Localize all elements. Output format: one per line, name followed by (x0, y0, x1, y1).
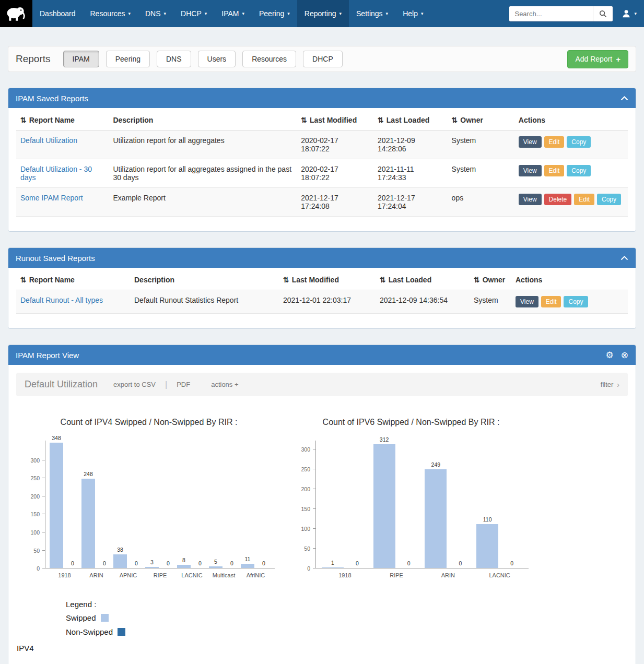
caret-down-icon: ▾ (421, 11, 424, 16)
category-label: ARIN (441, 572, 455, 578)
nav-item-ipam[interactable]: IPAM▾ (214, 0, 252, 27)
column-label: Description (113, 116, 153, 124)
column-label: Last Loaded (389, 276, 431, 284)
section-label-ipv4: IPV4 (17, 644, 636, 653)
view-button[interactable]: View (519, 165, 542, 176)
nav-item-peering[interactable]: Peering▾ (252, 0, 297, 27)
nav-item-dns[interactable]: DNS▾ (138, 0, 173, 27)
column-header-owner[interactable]: ⇅Owner (448, 110, 514, 131)
bar-swipped (209, 566, 223, 568)
nav-item-reporting[interactable]: Reporting▾ (297, 0, 349, 27)
column-header-description: Description (109, 110, 297, 131)
nav-item-resources[interactable]: Resources▾ (83, 0, 138, 27)
column-header-last-loaded[interactable]: ⇅Last Loaded (373, 110, 448, 131)
sort-icon: ⇅ (20, 116, 27, 124)
view-button[interactable]: View (519, 136, 542, 148)
column-header-last-loaded[interactable]: ⇅Last Loaded (376, 270, 470, 290)
table-row: Default Runout - All typesDefault Runout… (16, 290, 628, 314)
bar-value-label: 0 (103, 560, 106, 566)
report-name-cell: Default Utilization - 30 days (16, 159, 109, 188)
report-name-link[interactable]: Default Utilization - 30 days (20, 165, 92, 182)
last-loaded-cell: 2021-12-09 14:36:54 (376, 290, 470, 314)
search-button[interactable] (593, 6, 613, 21)
filter-toggle[interactable]: filter › (601, 381, 619, 389)
bar-slot: 0 (193, 441, 207, 568)
caret-down-icon: ▾ (339, 11, 342, 16)
ipam-panel-header: IPAM Saved Reports (8, 88, 636, 108)
page-title: Reports (16, 53, 51, 65)
delete-button[interactable]: Delete (544, 194, 572, 205)
column-header-report-name[interactable]: ⇅Report Name (16, 110, 109, 131)
tab-dhcp[interactable]: DHCP (303, 51, 343, 67)
y-tick-label: 300 (30, 457, 40, 464)
charts-area: Count of IPV4 Swipped / Non-Swipped By R… (8, 404, 636, 582)
tab-users[interactable]: Users (198, 51, 236, 67)
nav-item-dhcp[interactable]: DHCP▾ (173, 0, 214, 27)
report-view-toolbar: Default Utilization export to CSV | PDF … (16, 373, 628, 396)
report-name-link[interactable]: Some IPAM Report (20, 194, 83, 202)
description-cell: Default Runout Statistics Report (130, 290, 279, 314)
actions-menu-button[interactable]: actions + (211, 381, 238, 388)
report-name-cell: Some IPAM Report (16, 188, 109, 217)
bar-slot: 312 (373, 441, 395, 568)
copy-button[interactable]: Copy (564, 296, 588, 307)
export-csv-link[interactable]: export to CSV (113, 381, 156, 388)
pdf-link[interactable]: PDF (177, 381, 190, 388)
column-header-actions: Actions (511, 270, 628, 290)
y-tick-label: 250 (30, 475, 40, 481)
table-header-row: ⇅Report NameDescription⇅Last Modified⇅La… (16, 110, 628, 131)
bar-slot: 110 (476, 441, 498, 568)
report-name-link[interactable]: Default Runout - All types (20, 296, 103, 304)
nav-item-label: DHCP (181, 9, 202, 18)
nav-item-label: Dashboard (40, 9, 76, 18)
edit-button[interactable]: Edit (574, 194, 594, 205)
bar-slot: 38 (113, 441, 127, 568)
column-header-last-modified[interactable]: ⇅Last Modified (297, 110, 373, 131)
tab-resources[interactable]: Resources (242, 51, 296, 67)
panel-title: IPAM Saved Reports (16, 94, 88, 103)
gear-icon[interactable]: ⚙ (606, 351, 614, 360)
sort-icon: ⇅ (301, 116, 307, 124)
edit-button[interactable]: Edit (544, 165, 565, 176)
view-button[interactable]: View (519, 194, 542, 205)
column-header-owner[interactable]: ⇅Owner (470, 270, 511, 290)
edit-button[interactable]: Edit (544, 136, 565, 148)
caret-down-icon: ▾ (164, 11, 167, 16)
bar-slot: 0 (257, 441, 271, 568)
view-button[interactable]: View (516, 296, 538, 307)
nav-item-help[interactable]: Help▾ (395, 0, 430, 27)
column-header-report-name[interactable]: ⇅Report Name (16, 270, 130, 290)
user-menu[interactable]: ▾ (622, 9, 637, 18)
add-report-label: Add Report (575, 55, 612, 63)
bar-group: 34801918 (50, 441, 79, 568)
report-name-link[interactable]: Default Utilization (20, 136, 77, 145)
column-label: Actions (519, 116, 545, 124)
plot-area: 348019182480ARIN380APNIC30RIPE80LACNIC50… (45, 441, 275, 568)
tab-ipam[interactable]: IPAM (63, 51, 99, 67)
caret-down-icon: ▾ (386, 11, 389, 16)
nav-item-label: DNS (145, 9, 161, 18)
tab-dns[interactable]: DNS (157, 51, 191, 67)
sort-icon: ⇅ (283, 276, 289, 284)
nav-item-dashboard[interactable]: Dashboard (32, 0, 83, 27)
copy-button[interactable]: Copy (567, 136, 591, 148)
column-label: Last Modified (292, 276, 339, 284)
filter-label: filter (601, 381, 614, 388)
edit-button[interactable]: Edit (541, 296, 561, 307)
tab-peering[interactable]: Peering (106, 51, 150, 67)
copy-button[interactable]: Copy (597, 194, 621, 205)
close-icon[interactable]: ⊗ (621, 351, 628, 360)
bar-value-label: 312 (380, 436, 389, 443)
column-header-last-modified[interactable]: ⇅Last Modified (279, 270, 376, 290)
collapse-chevron-up-icon[interactable] (620, 256, 628, 260)
chart-legend: Legend : SwippedNon-Swipped (66, 600, 636, 636)
collapse-chevron-up-icon[interactable] (620, 96, 628, 101)
search-input[interactable] (509, 6, 593, 21)
app-logo[interactable] (0, 0, 32, 27)
last-modified-cell: 2021-12-01 22:03:17 (279, 290, 376, 314)
copy-button[interactable]: Copy (567, 165, 591, 176)
y-tick-label: 0 (37, 565, 40, 572)
chart-title: Count of IPV6 Swipped / Non-Swipped By R… (294, 418, 529, 427)
add-report-button[interactable]: Add Report + (567, 50, 628, 68)
nav-item-settings[interactable]: Settings▾ (349, 0, 395, 27)
